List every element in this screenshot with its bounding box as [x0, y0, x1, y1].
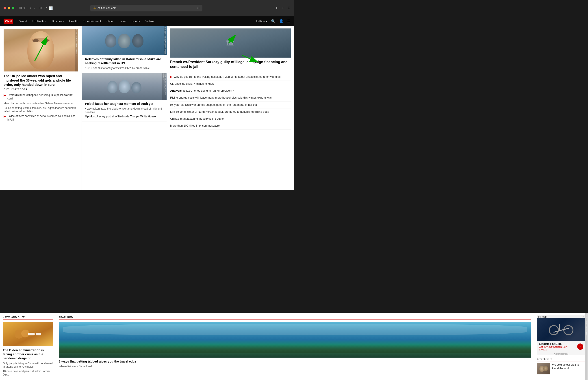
reader-icon: 📊 — [49, 6, 53, 10]
reload-icon[interactable]: ↻ — [197, 6, 200, 10]
nav-videos[interactable]: Videos — [143, 16, 157, 26]
shield-icon: 🛡 — [44, 6, 47, 10]
hero-image: HANDOUT/METROPOLITAN POLICE — [4, 29, 78, 72]
hero-link-4-text: Police officers convicted of serious cri… — [7, 114, 78, 121]
nav-links: World US Politics Business Health Entert… — [17, 16, 256, 26]
url-bar[interactable]: 🔒 edition.cnn.com ↻ — [90, 5, 202, 11]
mid-bottom-article: Pelosi faces her toughest moment of trut… — [82, 100, 167, 121]
image-credit: HANDOUT/METROPOLITAN POLICE — [75, 29, 78, 72]
nav-travel[interactable]: Travel — [116, 16, 129, 26]
search-icon[interactable]: 🔍 — [271, 19, 275, 23]
main-content: HANDOUT/METROPOLITAN POLICE The UK polic… — [0, 26, 294, 190]
traffic-lights — [4, 7, 14, 9]
cnn-navigation: CNN World US Politics Business Health En… — [0, 16, 294, 26]
cnn-logo[interactable]: CNN — [4, 19, 13, 24]
hamburger-icon[interactable]: ☰ — [287, 19, 290, 23]
forward-button[interactable]: › — [34, 6, 35, 10]
mid-top-image: CHIP SOMODEVILLA/GETTY IMAGES — [82, 26, 167, 55]
nav-business[interactable]: Business — [49, 16, 66, 26]
right-item-3[interactable]: Analysis: Is Liz Cheney going to run for… — [170, 87, 291, 94]
right-item-8[interactable]: More than 100 killed in prison massacre — [170, 122, 291, 129]
chevron-down-icon: ▾ — [266, 19, 267, 23]
browser-actions: ⬆ + ⊞ — [275, 6, 290, 10]
back-button[interactable]: ‹ — [30, 6, 31, 10]
right-item-4[interactable]: Rising energy costs will leave many more… — [170, 94, 291, 101]
url-text: edition.cnn.com — [98, 6, 116, 10]
right-main-headline[interactable]: French ex-President Sarkozy guilty of il… — [170, 60, 291, 71]
user-icon[interactable]: 👤 — [279, 19, 284, 23]
play-icon-2: ▶ — [4, 115, 6, 118]
mid-bottom-title[interactable]: Pelosi faces her toughest moment of trut… — [85, 102, 164, 106]
tab-grid-icon: ⊞ — [39, 6, 42, 10]
right-top-image: 🏛 — [170, 28, 291, 57]
nav-world[interactable]: World — [17, 16, 30, 26]
close-button[interactable] — [4, 7, 6, 9]
mid-bottom-credit: CHIP SOMODEVILLA/GETTY IMAGES — [162, 73, 166, 100]
lock-icon: 🔒 — [93, 6, 96, 9]
mid-bottom-image: CHIP SOMODEVILLA/GETTY IMAGES — [82, 73, 167, 100]
mid-image-credit: CHIP SOMODEVILLA/GETTY IMAGES — [164, 26, 166, 55]
right-item-1[interactable]: ▶ 'Why do you run to the f*cking hospita… — [170, 74, 291, 80]
hero-title[interactable]: The UK police officer who raped and murd… — [4, 74, 78, 91]
nav-style[interactable]: Style — [104, 16, 116, 26]
mid-top-sub: • CNN speaks to family of victims killed… — [85, 67, 164, 70]
browser-controls: ⊞ ▾ — [19, 6, 25, 10]
cnn-site: CNN World US Politics Business Health En… — [0, 16, 294, 190]
nav-us-politics[interactable]: US Politics — [30, 16, 49, 26]
right-item-6[interactable]: Kim Yo Jong, sister of North Korean lead… — [170, 108, 291, 115]
right-column: 🏛 French ex-President Sarkozy guilty of … — [167, 26, 294, 190]
nav-entertainment[interactable]: Entertainment — [80, 16, 104, 26]
right-item-2[interactable]: UK gasoline crisis: 4 things to know — [170, 80, 291, 87]
right-item-5[interactable]: 96-year-old Nazi war crimes suspect goes… — [170, 101, 291, 108]
window-controls-icon: ⊞ — [19, 6, 22, 10]
left-column: HANDOUT/METROPOLITAN POLICE The UK polic… — [0, 26, 82, 190]
mid-bottom-sub1: • Lawmakers race the clock to avert shut… — [85, 107, 164, 114]
new-tab-icon[interactable]: + — [282, 6, 284, 10]
right-item-7[interactable]: China's manufacturing industry is in tro… — [170, 115, 291, 122]
hero-link-4[interactable]: ▶ Police officers convicted of serious c… — [4, 114, 78, 121]
hero-link-1-text: Everard's killer kidnapped her using fak… — [7, 94, 78, 100]
mid-top-title[interactable]: Relatives of family killed in Kabul miss… — [85, 57, 164, 65]
hero-link-1[interactable]: ▶ Everard's killer kidnapped her using f… — [4, 94, 78, 100]
maximize-button[interactable] — [12, 7, 14, 9]
nav-health[interactable]: Health — [66, 16, 80, 26]
extensions-icon[interactable]: ⊞ — [287, 6, 290, 10]
browser-chrome: ⊞ ▾ ‹ › ⊞ 🛡 📊 🔒 edition.cnn.com ↻ ⬆ + ⊞ — [0, 0, 294, 16]
mid-bottom-sub2: Opinion: A scary portrait of life inside… — [85, 115, 164, 118]
share-icon[interactable]: ⬆ — [275, 6, 278, 10]
hero-link-3[interactable]: Police shooting victims' families, civil… — [4, 106, 78, 113]
middle-column: CHIP SOMODEVILLA/GETTY IMAGES Relatives … — [82, 26, 167, 190]
mid-top-article: Relatives of family killed in Kabul miss… — [82, 55, 167, 73]
hero-link-2[interactable]: Man charged with London teacher Sabina N… — [4, 102, 78, 105]
play-icon: ▶ — [4, 94, 6, 97]
nav-sports[interactable]: Sports — [129, 16, 143, 26]
edition-button[interactable]: Edition ▾ — [256, 19, 267, 23]
minimize-button[interactable] — [8, 7, 10, 9]
nav-right: Edition ▾ 🔍 👤 ☰ — [256, 19, 290, 23]
